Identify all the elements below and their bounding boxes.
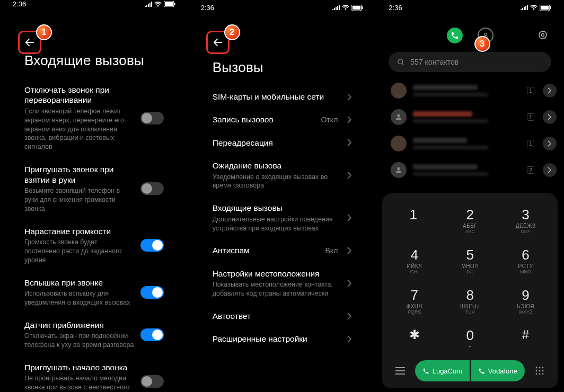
settings-row[interactable]: SIM-карты и мобильные сети [188,85,376,108]
phone-icon [478,368,485,375]
dialpad-toggle-button[interactable] [530,361,549,380]
key-digit: 3 [498,207,553,223]
key-letters: АБВГ [442,223,498,229]
svg-point-22 [542,373,544,375]
chevron-right-icon [548,167,551,173]
toggle-switch[interactable] [140,182,164,195]
status-bar: 2:36 [0,0,188,8]
key-digit: # [498,327,553,342]
chevron-right-icon [347,335,351,343]
settings-row[interactable]: Отключать звонок при переворачивании Есл… [0,78,188,158]
tab-recent-calls[interactable] [447,28,463,43]
row-title: Расширенные настройки [213,334,341,344]
svg-point-19 [542,370,544,372]
battery-icon [164,1,175,7]
key-1[interactable]: 1 [386,200,442,240]
key-9[interactable]: 9 ЬЭЮЯ WXYZ [498,281,553,321]
key-✱[interactable]: ✱ [386,321,442,356]
settings-row[interactable]: Датчик приближения Отключать экран при п… [0,314,188,356]
key-6[interactable]: 6 РСТУ MNO [498,240,553,281]
row-title: Приглушать звонок при взятии в руки [24,164,134,185]
contact-row[interactable]: 1 [389,77,559,104]
svg-point-17 [536,370,537,372]
svg-rect-2 [174,3,175,5]
settings-row[interactable]: Расширенные настройки [188,327,376,350]
key-letters-latin: GHI [386,269,442,274]
contact-detail-button[interactable] [543,137,557,150]
contact-name-blurred [413,111,472,117]
row-title: Датчик приближения [24,320,134,330]
row-title: Антиспам [213,245,319,255]
menu-button[interactable] [391,361,410,380]
phone-screen-1: 2:36 1 Входящие вызовы Отключать звонок … [0,0,188,392]
chevron-right-icon [347,313,351,320]
settings-button[interactable] [537,30,548,42]
svg-rect-1 [164,2,172,6]
toggle-switch[interactable] [140,328,164,341]
status-bar: 2:36 [376,0,564,15]
call-sim1-button[interactable]: LugaCom [415,360,469,381]
chevron-right-icon [347,116,351,123]
toggle-switch[interactable] [140,112,164,124]
toggle-switch[interactable] [140,375,164,388]
arrow-left-icon [212,37,224,48]
call-sim2-button[interactable]: Vodafone [471,360,525,381]
sim-badge: 2 [527,166,534,174]
chevron-right-icon [548,140,551,147]
contact-row[interactable]: 1 [389,104,559,130]
key-7[interactable]: 7 ФХЦЧ PQRS [386,281,442,321]
settings-row[interactable]: Антиспам Вкл [188,239,376,262]
key-3[interactable]: 3 ДЕЁЖЗ DEF [498,200,553,240]
phone-icon [422,368,429,375]
settings-row[interactable]: Приглушать звонок при взятии в руки Возь… [0,158,188,219]
contact-row[interactable]: 2 [389,157,559,183]
key-8[interactable]: 8 ШЩЪЫ TUV [442,281,498,321]
settings-row[interactable]: Ожидание вызова Уведомление о входящих в… [188,154,376,197]
settings-row[interactable]: Автоответ [188,305,376,327]
search-input[interactable]: 557 контактов [389,52,551,72]
contact-detail-button[interactable] [543,163,557,177]
phone-screen-2: 2:36 2 Вызовы SIM-карты и мобильные сети… [188,0,376,392]
arrow-left-icon [24,37,36,48]
key-letters-latin: ABC [442,229,498,234]
key-letters: ФХЦЧ [386,304,442,309]
settings-row[interactable]: Приглушать начало звонка Не проигрывать … [0,356,188,392]
toggle-switch[interactable] [140,286,164,299]
status-time: 2:36 [13,0,26,8]
row-value: Вкл [325,246,338,255]
settings-row[interactable]: Вспышка при звонке Использовать вспышку … [0,271,188,314]
settings-row[interactable]: Нарастание громкости Громкость звонка бу… [0,220,188,271]
step-badge-1: 1 [36,24,52,40]
settings-row[interactable]: Входящие вызовы Дополнительные настройки… [188,197,376,239]
battery-icon [351,5,363,11]
row-title: Вспышка при звонке [24,278,134,288]
key-0[interactable]: 0 + [442,321,498,356]
dialpad: 1 2 АБВГ ABC3 ДЕЁЖЗ DEF4 ИЙКЛ GHI5 МНОП … [382,193,558,388]
row-subtitle: Если звонящий телефон лежит экраном ввер… [24,107,134,152]
svg-point-18 [539,370,541,372]
toggle-switch[interactable] [140,239,164,252]
key-letters-latin: DEF [498,229,553,234]
contact-detail-button[interactable] [543,84,557,97]
contact-detail-blurred [413,172,488,176]
contact-detail-button[interactable] [543,110,557,124]
chevron-right-icon [548,114,551,120]
row-title: Ожидание вызова [213,161,341,171]
settings-row[interactable]: Переадресация [188,131,376,154]
key-#[interactable]: # [498,321,553,356]
contact-row[interactable]: 1 [389,130,559,157]
key-digit: 0 [442,327,498,344]
status-icons [332,5,363,11]
search-placeholder: 557 контактов [410,58,459,66]
key-2[interactable]: 2 АБВГ ABC [442,200,498,240]
key-5[interactable]: 5 МНОП JKL [442,240,498,281]
key-digit: 6 [498,247,553,263]
contact-detail-blurred [413,119,488,123]
settings-row[interactable]: Запись вызовов Откл [188,108,376,131]
contacts-list[interactable]: 1 1 1 2 [376,76,564,192]
chevron-right-icon [347,172,351,179]
chevron-right-icon [347,139,351,146]
avatar [391,162,407,178]
settings-row[interactable]: Настройки местоположения Показывать мест… [188,262,376,305]
key-4[interactable]: 4 ИЙКЛ GHI [386,240,442,281]
